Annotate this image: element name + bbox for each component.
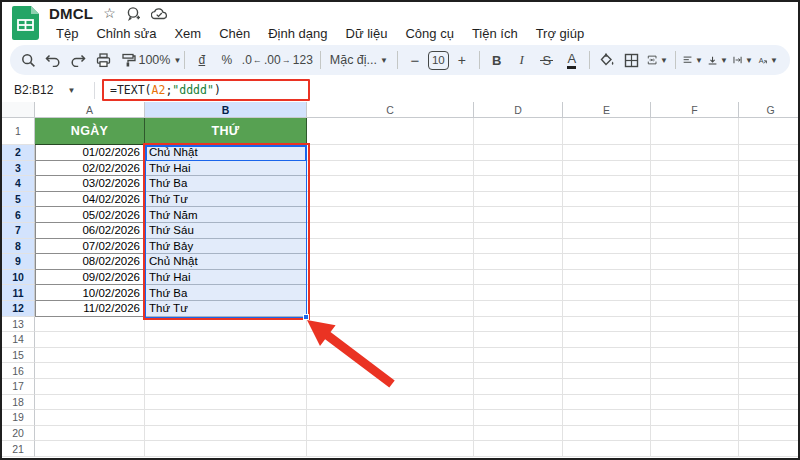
row-number-17[interactable]: 17 [2,379,35,395]
empty-cell[interactable] [474,410,563,426]
empty-cell[interactable] [35,441,145,457]
row-number-5[interactable]: 5 [2,192,35,208]
empty-cell[interactable] [474,348,563,364]
row-number-11[interactable]: 11 [2,285,35,301]
empty-cell[interactable] [307,145,474,161]
cloud-saved-icon[interactable] [151,7,168,20]
empty-cell[interactable] [563,410,651,426]
row-number-10[interactable]: 10 [2,270,35,286]
cell-a10[interactable]: 09/02/2026 [35,270,145,286]
cell-b3[interactable]: Thứ Hai [145,161,307,177]
empty-cell[interactable] [307,301,474,317]
column-header-f[interactable]: F [651,102,739,118]
cell-a9[interactable]: 08/02/2026 [35,254,145,270]
empty-cell[interactable] [145,363,307,379]
row-number-18[interactable]: 18 [2,395,35,411]
font-size-input[interactable]: 10 [428,51,449,70]
empty-cell[interactable] [563,441,651,457]
cell-b11[interactable]: Thứ Ba [145,285,307,301]
formula-input[interactable]: =TEXT(A2;"dddd") [110,83,221,97]
empty-cell[interactable] [651,176,739,192]
empty-cell[interactable] [145,410,307,426]
spreadsheet-grid[interactable]: ABCDEFG1NGÀYTHỨ201/02/2026Chủ Nhật302/02… [2,102,798,458]
empty-cell[interactable] [474,176,563,192]
empty-cell[interactable] [307,348,474,364]
empty-cell[interactable] [307,379,474,395]
format-percent-button[interactable]: % [215,48,239,72]
empty-cell[interactable] [563,332,651,348]
search-icon[interactable] [16,48,40,72]
empty-cell[interactable] [651,239,739,255]
cell-b5[interactable]: Thứ Tư [145,192,307,208]
cell-b12[interactable]: Thứ Tư [145,301,307,317]
borders-button[interactable] [620,48,644,72]
format-currency-button[interactable]: đ [190,48,214,72]
empty-cell[interactable] [307,426,474,442]
menu-view[interactable]: Xem [167,25,208,42]
empty-cell[interactable] [651,395,739,411]
empty-cell[interactable] [474,118,563,145]
empty-cell[interactable] [651,379,739,395]
empty-cell[interactable] [651,441,739,457]
menu-data[interactable]: Dữ liệu [339,25,395,42]
empty-cell[interactable] [474,192,563,208]
print-button[interactable] [91,48,115,72]
empty-cell[interactable] [651,301,739,317]
empty-cell[interactable] [651,285,739,301]
empty-cell[interactable] [563,239,651,255]
menu-format[interactable]: Định dạng [261,25,334,42]
row-number-2[interactable]: 2 [2,145,35,161]
empty-cell[interactable] [474,239,563,255]
empty-cell[interactable] [307,192,474,208]
empty-cell[interactable] [651,317,739,333]
text-wrap-button[interactable]: ▼ [731,48,755,72]
cell-b10[interactable]: Thứ Hai [145,270,307,286]
empty-cell[interactable] [651,270,739,286]
empty-cell[interactable] [563,145,651,161]
row-number-12[interactable]: 12 [2,301,35,317]
column-header-b[interactable]: B [145,102,307,118]
empty-cell[interactable] [739,332,798,348]
empty-cell[interactable] [563,301,651,317]
empty-cell[interactable] [563,176,651,192]
cell-a12[interactable]: 11/02/2026 [35,301,145,317]
empty-cell[interactable] [474,270,563,286]
empty-cell[interactable] [739,223,798,239]
empty-cell[interactable] [739,441,798,457]
empty-cell[interactable] [307,410,474,426]
empty-cell[interactable] [474,285,563,301]
empty-cell[interactable] [35,379,145,395]
empty-cell[interactable] [474,207,563,223]
empty-cell[interactable] [651,161,739,177]
column-header-g[interactable]: G [739,102,798,118]
merge-cells-button[interactable]: ▼ [645,48,670,72]
menu-insert[interactable]: Chèn [212,25,257,42]
column-header-d[interactable]: D [474,102,563,118]
strikethrough-button[interactable]: S [535,48,559,72]
font-select[interactable]: Mặc đị...▼ [326,48,392,72]
empty-cell[interactable] [563,363,651,379]
empty-cell[interactable] [307,332,474,348]
empty-cell[interactable] [563,285,651,301]
empty-cell[interactable] [739,145,798,161]
increase-decimal-button[interactable]: .00→ [265,48,290,72]
menu-file[interactable]: Tệp [49,25,85,42]
row-number-20[interactable]: 20 [2,426,35,442]
menu-help[interactable]: Trợ giúp [529,25,592,42]
empty-cell[interactable] [307,254,474,270]
empty-cell[interactable] [145,332,307,348]
empty-cell[interactable] [563,161,651,177]
text-color-button[interactable]: A [560,48,584,72]
more-formats-button[interactable]: 123 [291,48,315,72]
empty-cell[interactable] [651,145,739,161]
empty-cell[interactable] [474,161,563,177]
cell-b1[interactable]: THỨ [145,118,307,145]
empty-cell[interactable] [739,192,798,208]
empty-cell[interactable] [651,332,739,348]
empty-cell[interactable] [145,317,307,333]
empty-cell[interactable] [35,332,145,348]
empty-cell[interactable] [739,317,798,333]
menu-edit[interactable]: Chỉnh sửa [89,25,163,42]
cell-a7[interactable]: 06/02/2026 [35,223,145,239]
cell-a6[interactable]: 05/02/2026 [35,207,145,223]
